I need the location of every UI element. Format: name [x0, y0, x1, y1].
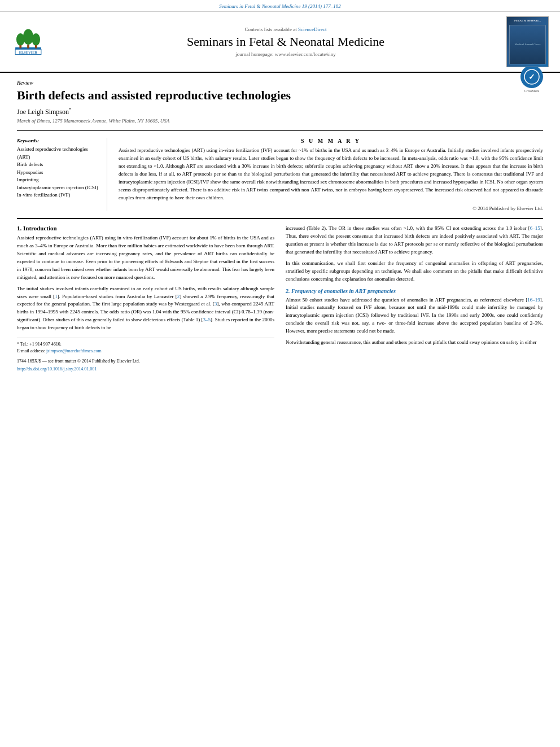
keyword-item: Birth defects — [17, 161, 101, 169]
article-left-column: 1. Introduction Assisted reproductive te… — [17, 225, 274, 373]
header-divider — [17, 130, 543, 131]
article-title: Birth defects and assisted reproductive … — [17, 88, 543, 103]
elsevier-logo: ELSEVIER — [11, 27, 45, 58]
keywords-summary-section: Keywords: Assisted reproductive technolo… — [17, 134, 543, 211]
tel-footnote: * Tel.: +1 914 997 4610. — [17, 341, 274, 348]
doi-link[interactable]: http://dx.doi.org/10.1016/j.siny.2014.01… — [17, 366, 274, 373]
svg-text:✓: ✓ — [528, 73, 535, 81]
article-author: Joe Leigh Simpson* — [17, 107, 543, 116]
section1-title: 1. Introduction — [17, 225, 274, 231]
summary-column: S U M M A R Y Assisted reproductive tech… — [119, 138, 543, 211]
section1-right-para1: increased (Table 2). The OR in these stu… — [286, 225, 543, 256]
ref-6-15[interactable]: 6–15 — [530, 225, 540, 231]
email-label: E-mail address: — [17, 348, 45, 353]
ref-16-19[interactable]: 16–19 — [527, 297, 540, 303]
crossmark-badge[interactable]: ✓ — [520, 65, 543, 88]
issn-line: 1744-165X/$ — see front matter © 2014 Pu… — [17, 358, 274, 365]
email-footnote: E-mail address: jsimpson@marchofdimes.co… — [17, 348, 274, 355]
sciencedirect-link[interactable]: ScienceDirect — [298, 27, 326, 32]
footnote-section: * Tel.: +1 914 997 4610. E-mail address:… — [17, 338, 274, 373]
journal-citation-text: Seminars in Fetal & Neonatal Medicine 19… — [219, 3, 340, 9]
svg-point-4 — [32, 33, 40, 45]
section1-para1: Assisted reproductive technologies (ART)… — [17, 234, 274, 282]
svg-rect-5 — [19, 45, 21, 49]
author-sup: * — [69, 107, 71, 112]
journal-title: Seminars in Fetal & Neonatal Medicine — [79, 34, 492, 49]
journal-cover-title: FETAL & NEONAT... — [509, 19, 546, 23]
article-type-label: Review — [17, 80, 543, 86]
section1-para2: The initial studies involved infants car… — [17, 285, 274, 333]
keyword-item: Assisted reproductive technologies (ART) — [17, 146, 101, 161]
journal-citation-bar: Seminars in Fetal & Neonatal Medicine 19… — [0, 0, 560, 12]
journal-title-section: Contents lists available at ScienceDirec… — [79, 27, 492, 57]
svg-rect-6 — [27, 45, 29, 48]
crossmark-section[interactable]: ✓ CrossMark — [520, 65, 543, 93]
keywords-title: Keywords: — [17, 138, 101, 143]
keywords-list: Assisted reproductive technologies (ART)… — [17, 146, 101, 199]
keyword-item: In-vitro fertilization (IVF) — [17, 191, 101, 199]
crossmark-icon: ✓ — [522, 67, 542, 87]
elsevier-logo-section: ELSEVIER — [11, 27, 73, 58]
svg-point-3 — [23, 29, 33, 44]
crossmark-label: CrossMark — [520, 89, 543, 93]
svg-text:ELSEVIER: ELSEVIER — [19, 50, 38, 54]
svg-rect-7 — [35, 45, 37, 49]
keywords-column: Keywords: Assisted reproductive technolo… — [17, 138, 107, 211]
keyword-item: Hypospadias — [17, 169, 101, 177]
article-container: Review ✓ CrossMark Birth defects and ass… — [0, 73, 560, 384]
journal-cover-image: FETAL & NEONAT... Medical Journal Cover — [506, 16, 549, 67]
keyword-item: Imprinting — [17, 176, 101, 184]
ref-3[interactable]: 3 — [215, 301, 217, 307]
ref-2[interactable]: 2 — [177, 294, 180, 299]
elsevier-tree-icon: ELSEVIER — [11, 27, 45, 58]
contents-label: Contents lists available at — [245, 27, 297, 32]
journal-header: ELSEVIER Contents lists available at Sci… — [0, 12, 560, 73]
journal-homepage: journal homepage: www.elsevier.com/locat… — [79, 51, 492, 57]
author-name: Joe Leigh Simpson — [17, 108, 69, 116]
summary-text: Assisted reproductive technologies (ART)… — [119, 147, 543, 202]
article-affiliation: March of Dimes, 1275 Mamaroneck Avenue, … — [17, 118, 543, 124]
section2-title: 2. Frequency of anomalies in ART pregnan… — [286, 288, 543, 294]
section2-para1: Almost 50 cohort studies have addressed … — [286, 296, 543, 336]
email-link[interactable]: jsimpson@marchofdimes.com — [46, 348, 102, 353]
copyright-line: © 2014 Published by Elsevier Ltd. — [119, 206, 543, 211]
ref-3-5[interactable]: 3–5 — [203, 317, 211, 322]
keyword-item: Intracytoplasmic sperm injection (ICSI) — [17, 184, 101, 192]
ref-1[interactable]: 1 — [55, 294, 58, 299]
section1-right-para2: In this communication, we shall first co… — [286, 260, 543, 283]
journal-cover-section: FETAL & NEONAT... Medical Journal Cover — [498, 16, 549, 67]
contents-available-line: Contents lists available at ScienceDirec… — [79, 27, 492, 32]
article-right-column: increased (Table 2). The OR in these stu… — [286, 225, 543, 373]
section2-para2: Notwithstanding general reassurance, thi… — [286, 339, 543, 347]
article-main-body: 1. Introduction Assisted reproductive te… — [17, 218, 543, 373]
summary-heading: S U M M A R Y — [119, 138, 543, 144]
